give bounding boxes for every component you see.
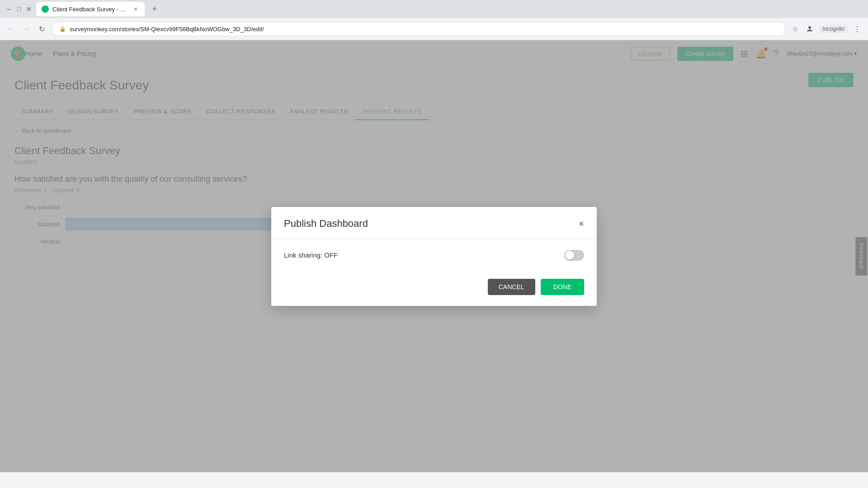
url-text: surveymonkey.com/stories/SM-Qiexcv99F58B… xyxy=(70,26,264,33)
minimize-button[interactable]: ─ xyxy=(5,5,13,13)
svg-point-0 xyxy=(808,26,811,29)
close-window-button[interactable]: ✕ xyxy=(25,5,33,13)
modal-footer: CANCEL DONE xyxy=(271,272,597,306)
done-button[interactable]: DONE xyxy=(541,279,584,295)
star-button[interactable]: ☆ xyxy=(790,23,801,34)
modal-overlay: Publish Dashboard × Link sharing: OFF CA… xyxy=(0,40,868,472)
back-button[interactable]: ← xyxy=(5,23,16,34)
modal-header: Publish Dashboard × xyxy=(271,207,597,239)
profile-button[interactable] xyxy=(804,23,815,34)
incognito-badge: Incognito xyxy=(819,25,848,33)
page-content: 🐒 Home Plans & Pricing Upgrade Create su… xyxy=(0,40,868,472)
new-tab-button[interactable]: + xyxy=(148,3,161,15)
active-tab[interactable]: Client Feedback Survey - Surve × xyxy=(36,2,145,16)
modal-body: Link sharing: OFF xyxy=(271,239,597,272)
publish-dashboard-modal: Publish Dashboard × Link sharing: OFF CA… xyxy=(271,207,597,306)
link-sharing-row: Link sharing: OFF xyxy=(284,250,584,261)
forward-button[interactable]: → xyxy=(21,23,32,34)
cancel-button[interactable]: CANCEL xyxy=(488,279,535,295)
lock-icon: 🔒 xyxy=(59,26,66,32)
window-controls: ─ □ ✕ xyxy=(5,5,33,13)
modal-title: Publish Dashboard xyxy=(284,218,368,230)
link-sharing-label: Link sharing: OFF xyxy=(284,251,338,259)
browser-addressbar: ← → ↻ 🔒 surveymonkey.com/stories/SM-Qiex… xyxy=(0,18,868,40)
address-bar[interactable]: 🔒 surveymonkey.com/stories/SM-Qiexcv99F5… xyxy=(52,22,785,36)
link-sharing-toggle[interactable] xyxy=(564,250,584,261)
tab-title: Client Feedback Survey - Surve xyxy=(52,6,128,13)
browser-chrome: ─ □ ✕ Client Feedback Survey - Surve × +… xyxy=(0,0,868,40)
menu-button[interactable]: ⋮ xyxy=(852,23,863,34)
browser-actions: ☆ Incognito ⋮ xyxy=(790,23,863,34)
maximize-button[interactable]: □ xyxy=(15,5,23,13)
toggle-knob xyxy=(565,251,574,260)
tab-close-icon[interactable]: × xyxy=(132,5,139,13)
tab-favicon xyxy=(42,5,49,13)
modal-close-button[interactable]: × xyxy=(579,219,584,228)
browser-titlebar: ─ □ ✕ Client Feedback Survey - Surve × + xyxy=(0,0,868,18)
refresh-button[interactable]: ↻ xyxy=(36,23,47,34)
